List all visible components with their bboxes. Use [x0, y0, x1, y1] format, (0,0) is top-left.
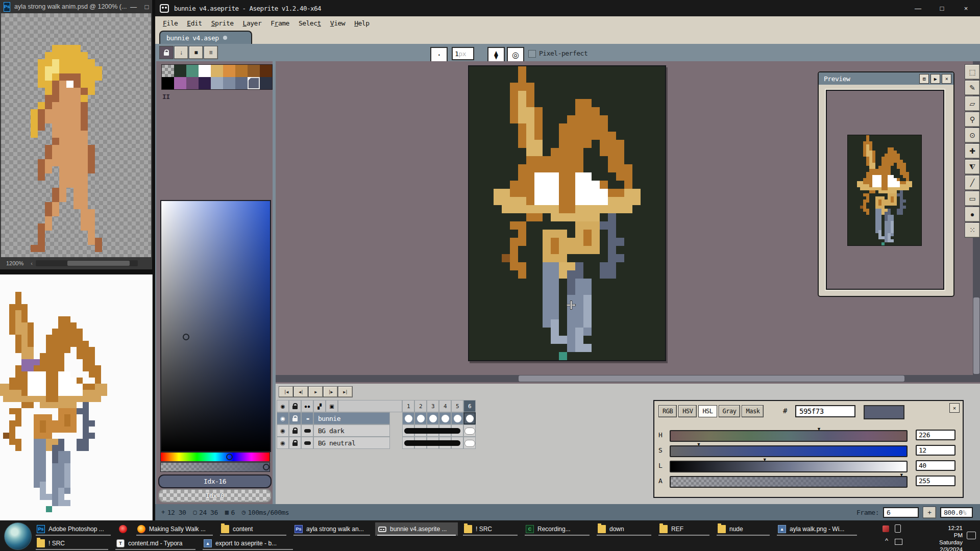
scroll-left-arrow-icon[interactable]: ‹: [31, 260, 33, 266]
tool-line[interactable]: ╱: [965, 175, 980, 190]
color-tab-mask[interactable]: Mask: [742, 405, 764, 417]
tab-bunnie-v4[interactable]: bunnie v4.asep: [159, 31, 252, 44]
taskbar-r1-ayla-strong-walk-an[interactable]: Psayla strong walk an...: [291, 522, 372, 536]
preview-close-button[interactable]: ×: [942, 74, 951, 84]
visibility-column-icon[interactable]: ◉: [277, 400, 289, 412]
palette-swatch[interactable]: [211, 77, 223, 89]
color-tab-hsl[interactable]: HSL: [698, 405, 717, 417]
hex-color-input[interactable]: 595f73: [795, 405, 855, 417]
playback-next-frame-button[interactable]: |▶: [323, 386, 338, 397]
cel-bunnie-frame-3[interactable]: [427, 412, 439, 424]
start-button[interactable]: [4, 522, 32, 550]
taskbar-r1-src[interactable]: ! SRC: [461, 522, 520, 536]
cel-bunnie-frame-4[interactable]: [439, 412, 451, 424]
slider-bar-s[interactable]: ▼: [670, 445, 908, 457]
taskbar-r1-ref[interactable]: REF: [656, 522, 712, 536]
tray-chevron-icon[interactable]: ^: [885, 537, 888, 544]
taskbar-r1-bunnie-v4-aseprite[interactable]: bunnie v4.aseprite ...: [375, 522, 458, 536]
layer-visibility-toggle[interactable]: ◉: [277, 424, 289, 437]
tool-eraser[interactable]: ▱: [965, 96, 980, 111]
taskbar-r2-content-md-typora[interactable]: Tcontent.md - Typora: [113, 537, 198, 550]
slider-bar-l[interactable]: ▼: [670, 461, 908, 472]
add-frame-button[interactable]: +: [923, 507, 936, 518]
clock[interactable]: 12:21 PM Saturday 2/3/2024: [939, 524, 963, 551]
palette-swatch[interactable]: [248, 77, 260, 89]
playback-prev-frame-button[interactable]: ◀|: [293, 386, 308, 397]
layer-name-bg-dark[interactable]: BG dark: [313, 424, 390, 437]
frame-header-2[interactable]: 2: [414, 400, 427, 412]
menu-edit[interactable]: Edit: [187, 19, 202, 27]
palette-swatch[interactable]: [235, 65, 248, 77]
menu-file[interactable]: File: [163, 19, 178, 27]
preview-center-button[interactable]: ⊞: [919, 74, 929, 84]
background-color-button[interactable]: Idx-0: [158, 489, 272, 503]
palette-swatch[interactable]: [174, 77, 186, 89]
tool-eyedropper[interactable]: ⚲: [965, 112, 980, 127]
layer-visibility-toggle[interactable]: ◉: [277, 437, 289, 449]
slider-value-s[interactable]: 12: [916, 445, 955, 456]
menu-sprite[interactable]: Sprite: [211, 19, 234, 27]
continuous-column-icon[interactable]: ●●: [301, 400, 313, 412]
pixel-perfect-checkbox[interactable]: [528, 50, 536, 58]
layer-lock-toggle[interactable]: [289, 412, 301, 424]
tool-rectangle[interactable]: ▭: [965, 191, 980, 206]
cel-bunnie-frame-5[interactable]: [451, 412, 463, 424]
playback-skip-last-button[interactable]: ▶|: [338, 386, 353, 397]
palette-swatch[interactable]: [162, 65, 174, 77]
slider-value-a[interactable]: 255: [916, 475, 955, 486]
palette-swatch[interactable]: [260, 77, 272, 89]
palette-swatch[interactable]: [199, 65, 211, 77]
notification-center-icon[interactable]: [967, 532, 976, 539]
close-button[interactable]: ×: [954, 5, 978, 12]
palette-swatch[interactable]: [223, 77, 235, 89]
tool-contour[interactable]: ●: [965, 207, 980, 222]
frame-header-3[interactable]: 3: [427, 400, 439, 412]
foreground-color-button[interactable]: Idx-16: [158, 474, 272, 488]
tool-rectangular-marquee[interactable]: ⬚: [965, 64, 980, 80]
tool-paint-bucket[interactable]: ⧨: [965, 159, 980, 174]
taskbar-r1-making-sally-walk[interactable]: Making Sally Walk ...: [134, 522, 215, 536]
minimize-button[interactable]: —: [906, 5, 930, 12]
zoom-level-input[interactable]: 800.0%: [940, 507, 973, 518]
tablet-pen-icon[interactable]: [895, 524, 901, 533]
color-editor-close-button[interactable]: ×: [949, 403, 960, 413]
brush-preview-button[interactable]: ·: [430, 47, 448, 62]
taskbar-r2-export-to-aseprite-b[interactable]: ▴export to aseprite - b...: [201, 537, 295, 550]
preview-viewport[interactable]: [826, 90, 944, 290]
slider-value-l[interactable]: 40: [916, 460, 955, 471]
palette-swatch[interactable]: [248, 65, 260, 77]
frame-header-4[interactable]: 4: [439, 400, 451, 412]
palette-swatch[interactable]: [174, 65, 186, 77]
palette-swatch[interactable]: [211, 65, 223, 77]
frame-header-6[interactable]: 6: [463, 400, 476, 412]
tool-spray[interactable]: ⁙: [965, 222, 980, 238]
palette-swatch[interactable]: [235, 77, 248, 89]
scrollbar-thumb[interactable]: [67, 261, 130, 266]
color-tab-gray[interactable]: Gray: [719, 405, 741, 417]
taskbar-r1-recording[interactable]: CRecording...: [523, 522, 592, 536]
menu-layer[interactable]: Layer: [243, 19, 262, 27]
menu-view[interactable]: View: [330, 19, 345, 27]
preview-play-button[interactable]: ▶: [930, 74, 940, 84]
palette-options-button[interactable]: ≡: [204, 46, 218, 59]
photoshop-titlebar[interactable]: Ps ayla strong walk anim.psd @ 1200% (..…: [0, 0, 152, 13]
slider-value-h[interactable]: 226: [916, 430, 955, 440]
menu-frame[interactable]: Frame: [271, 19, 289, 27]
taskbar-r1-ayla-walk-png-wi[interactable]: ▴ayla walk.png - Wi...: [775, 522, 859, 536]
menu-help[interactable]: Help: [354, 19, 369, 27]
taskbar-r1-down[interactable]: down: [595, 522, 653, 536]
playback-skip-first-button[interactable]: |◀: [279, 386, 293, 397]
maximize-button[interactable]: □: [930, 5, 954, 12]
onion-skin-icon[interactable]: ▞: [313, 400, 326, 412]
photoshop-minimize-button[interactable]: —: [127, 3, 140, 11]
palette-save-button[interactable]: ↓: [174, 46, 188, 59]
taskbar-r1-content[interactable]: content: [218, 522, 288, 536]
palette-swatch[interactable]: [186, 65, 199, 77]
sprite-canvas[interactable]: [468, 65, 666, 361]
layer-continuous-toggle[interactable]: [301, 424, 313, 437]
dynamics-button[interactable]: ◎: [507, 47, 524, 62]
horizontal-scrollbar[interactable]: [276, 375, 980, 382]
photoshop-horizontal-scrollbar[interactable]: [36, 260, 138, 266]
playback-play-button[interactable]: ▶: [308, 386, 323, 397]
vscrollbar-thumb[interactable]: [973, 297, 979, 374]
